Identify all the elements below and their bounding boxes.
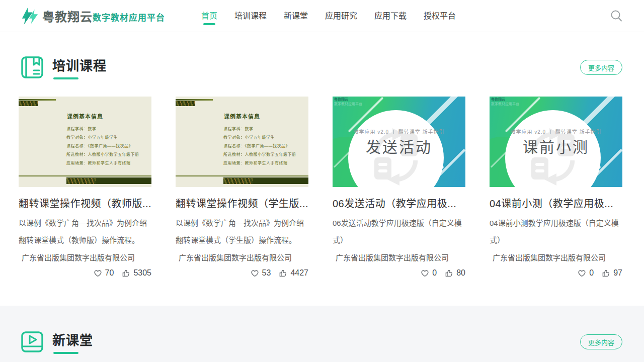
- play-counter[interactable]: 4427: [279, 268, 308, 278]
- new-classroom-section: 新课堂 更多内容: [0, 306, 644, 362]
- like-counter[interactable]: 53: [251, 268, 271, 278]
- course-thumbnail[interactable]: 粤教翔云 数字教材应用平台 教学应用 v2.0 丨 翻转课堂 新手指引 发送活动: [333, 97, 465, 187]
- course-card-teacher-video[interactable]: 课例基本信息 课程学科：数学 教学对象：小学五年级学生 课程名称：《数学广角——…: [19, 97, 151, 278]
- nav-item-training-courses[interactable]: 培训课程: [234, 0, 267, 32]
- slide-camo-block: [66, 178, 96, 184]
- course-description: 04课前小测教学应用极速版（自定义模式）: [490, 215, 622, 249]
- slide-heading: 课例基本信息: [176, 112, 308, 120]
- like-counter[interactable]: 0: [578, 268, 594, 278]
- course-thumbnail[interactable]: 课例基本信息 课程学科：数学 教学对象：小学五年级学生 课程名称：《数学广角——…: [176, 97, 308, 187]
- logo-product-text: 数字教材应用平台: [93, 10, 165, 26]
- search-icon[interactable]: [609, 9, 624, 24]
- training-courses-section: 培训课程 更多内容 课例基本信息 课程学科：数学 教学对象：小学五年级学生 课程…: [0, 55, 644, 278]
- course-title[interactable]: 06发送活动（教学应用极...: [333, 196, 465, 210]
- logo-icon: [20, 7, 39, 26]
- play-counter[interactable]: 80: [445, 268, 465, 278]
- course-card-student-video[interactable]: 课例基本信息 课程学科：数学 教学对象：小学五年级学生 课程名称：《数学广角——…: [176, 97, 308, 278]
- like-counter[interactable]: 0: [421, 268, 437, 278]
- course-stats: 0 80: [333, 268, 465, 278]
- course-stats: 0 97: [490, 268, 622, 278]
- thumbnail-watermark: 粤教翔云 数字教材应用平台: [491, 97, 526, 107]
- training-section-header: 培训课程 更多内容: [20, 55, 622, 79]
- nav-item-app-download[interactable]: 应用下载: [374, 0, 407, 32]
- course-stats: 70 5305: [19, 268, 151, 278]
- slide-top-bar: [176, 99, 213, 101]
- slide-info-lines: 课程学科：数学 教学对象：小学五年级学生 课程名称：《数学广角——找次品》 所选…: [223, 125, 296, 167]
- logo-brand-text: 粤教翔云: [42, 9, 93, 26]
- slide-top-bar: [19, 99, 56, 101]
- course-title[interactable]: 04课前小测（教学应用极...: [490, 196, 622, 210]
- slide-camo-block: [19, 101, 38, 106]
- nav-item-app-research[interactable]: 应用研究: [325, 0, 357, 32]
- course-title[interactable]: 翻转课堂操作视频（学生版...: [176, 196, 308, 210]
- slide-camo-block: [176, 101, 195, 106]
- training-section-title: 培训课程: [52, 55, 107, 74]
- course-publisher: 广东省出版集团数字出版有限公司: [333, 252, 465, 262]
- play-counter[interactable]: 5305: [122, 268, 151, 278]
- thumbnail-tagline: 教学应用 v2.0 丨 翻转课堂 新手指引: [333, 128, 465, 135]
- slide-info-lines: 课程学科：数学 教学对象：小学五年级学生 课程名称：《数学广角——找次品》 所选…: [66, 125, 139, 167]
- heart-icon: [421, 269, 429, 278]
- video-player-icon: [20, 330, 44, 354]
- course-card-send-activity[interactable]: 粤教翔云 数字教材应用平台 教学应用 v2.0 丨 翻转课堂 新手指引 发送活动…: [333, 97, 465, 278]
- classroom-section-header: 新课堂 更多内容: [20, 330, 622, 354]
- course-description: 以课例《数学广角—找次品》为例介绍翻转课堂模式（学生版）操作流程。: [176, 215, 308, 249]
- nav-item-auth-platform[interactable]: 授权平台: [424, 0, 456, 32]
- thumbnail-headline: 发送活动: [333, 135, 465, 157]
- classroom-section-title: 新课堂: [52, 330, 93, 348]
- slide-bottom-line: [19, 175, 151, 176]
- course-title[interactable]: 翻转课堂操作视频（教师版...: [19, 196, 151, 210]
- book-icon: [20, 55, 44, 79]
- title-underline: [53, 77, 78, 79]
- play-counter[interactable]: 97: [602, 268, 622, 278]
- thumbs-up-icon: [445, 269, 453, 278]
- thumbs-up-icon: [602, 269, 610, 278]
- thumbs-up-icon: [122, 269, 130, 278]
- course-thumbnail[interactable]: 粤教翔云 数字教材应用平台 教学应用 v2.0 丨 翻转课堂 新手指引 课前小测: [490, 97, 622, 187]
- course-publisher: 广东省出版集团数字出版有限公司: [19, 252, 151, 262]
- nav-item-home[interactable]: 首页: [201, 0, 217, 32]
- like-counter[interactable]: 70: [94, 268, 114, 278]
- main-nav: 首页 培训课程 新课堂 应用研究 应用下载 授权平台: [201, 0, 456, 32]
- slide-bottom-line: [176, 175, 308, 176]
- top-header: 粤教翔云 数字教材应用平台 首页 培训课程 新课堂 应用研究 应用下载 授权平台: [0, 0, 644, 32]
- course-card-preclass-quiz[interactable]: 粤教翔云 数字教材应用平台 教学应用 v2.0 丨 翻转课堂 新手指引 课前小测…: [490, 97, 622, 278]
- course-publisher: 广东省出版集团数字出版有限公司: [490, 252, 622, 262]
- heart-icon: [94, 269, 102, 278]
- course-stats: 53 4427: [176, 268, 308, 278]
- heart-icon: [251, 269, 259, 278]
- thumbnail-watermark: 粤教翔云 数字教材应用平台: [334, 97, 369, 107]
- thumbs-up-icon: [279, 269, 287, 278]
- course-publisher: 广东省出版集团数字出版有限公司: [176, 252, 308, 262]
- title-underline: [53, 352, 78, 354]
- training-more-button[interactable]: 更多内容: [580, 60, 622, 75]
- course-thumbnail[interactable]: 课例基本信息 课程学科：数学 教学对象：小学五年级学生 课程名称：《数学广角——…: [19, 97, 151, 187]
- course-description: 06发送活动教学应用极速版（自定义模式）: [333, 215, 465, 249]
- slide-heading: 课例基本信息: [19, 112, 151, 120]
- thumbnail-headline: 课前小测: [490, 135, 622, 157]
- training-cards-row: 课例基本信息 课程学科：数学 教学对象：小学五年级学生 课程名称：《数学广角——…: [19, 97, 622, 278]
- slide-camo-block: [223, 178, 253, 184]
- logo[interactable]: 粤教翔云 数字教材应用平台: [20, 7, 165, 26]
- thumbnail-tagline: 教学应用 v2.0 丨 翻转课堂 新手指引: [490, 128, 622, 135]
- course-description: 以课例《数学广角—找次品》为例介绍翻转课堂模式（教师版）操作流程。: [19, 215, 151, 249]
- nav-item-new-classroom[interactable]: 新课堂: [284, 0, 308, 32]
- heart-icon: [578, 269, 586, 278]
- classroom-more-button[interactable]: 更多内容: [580, 334, 622, 349]
